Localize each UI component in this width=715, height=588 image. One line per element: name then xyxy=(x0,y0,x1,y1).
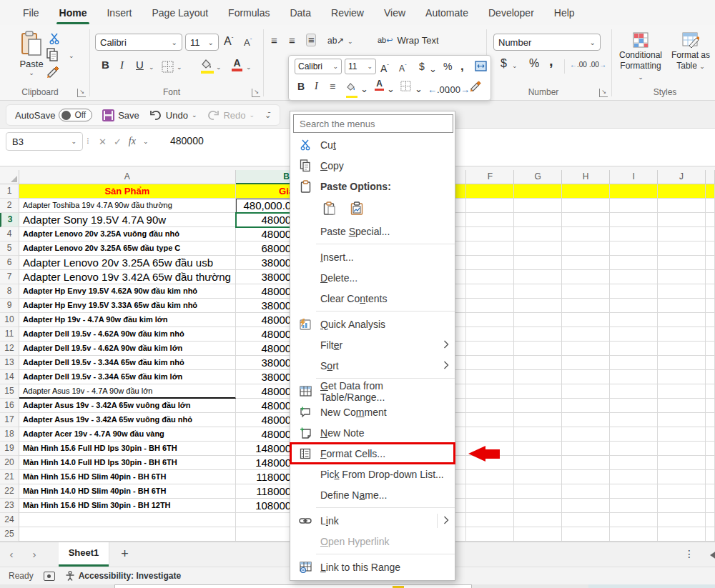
shrink-font-button[interactable]: Aˇ xyxy=(244,35,252,49)
underline-chevron[interactable]: ⌄ xyxy=(149,64,154,71)
cell-H16[interactable] xyxy=(562,399,610,413)
cell-H7[interactable] xyxy=(562,270,610,284)
tab-page-layout[interactable]: Page Layout xyxy=(142,3,218,23)
menu-item-define-name[interactable]: Define Name... xyxy=(290,484,455,505)
row-header-16[interactable]: 16 xyxy=(0,399,19,413)
cell-G22[interactable] xyxy=(514,484,562,499)
cell-F3[interactable] xyxy=(466,213,514,227)
menu-item-filter[interactable]: Filter xyxy=(290,334,455,355)
save-button[interactable]: Save xyxy=(102,109,139,121)
cell-K23[interactable] xyxy=(706,499,715,513)
menu-item-pick-from-dropdown-list[interactable]: Pick From Drop-down List... xyxy=(290,464,455,484)
mini-increase-decimal-button[interactable]: ←.00 xyxy=(428,82,450,98)
column-header-partial[interactable] xyxy=(706,170,715,184)
cell-J16[interactable] xyxy=(658,399,706,413)
row-header-13[interactable]: 13 xyxy=(0,356,19,370)
cell-H5[interactable] xyxy=(562,241,610,256)
cell-F14[interactable] xyxy=(466,370,514,384)
format-as-table-button[interactable]: Format as Table ⌄ xyxy=(667,32,714,72)
cell-A18[interactable]: Adapter Acer 19v - 4.7A 90w đầu vàng xyxy=(19,427,236,442)
cell-K3[interactable] xyxy=(706,213,715,227)
menu-item-cut[interactable]: Cut xyxy=(290,134,455,155)
cell-G13[interactable] xyxy=(514,356,562,370)
font-dialog-launcher[interactable]: ↘ xyxy=(252,89,260,97)
cell-G7[interactable] xyxy=(514,270,562,284)
cell-I20[interactable] xyxy=(610,456,658,470)
cell-I19[interactable] xyxy=(610,442,658,456)
cell-A16[interactable]: Adapter Asus 19v - 3.42A 65w vuông đầu l… xyxy=(19,399,236,413)
sheet-next-button[interactable]: › xyxy=(23,542,46,567)
percent-style-button[interactable]: % xyxy=(529,58,539,69)
row-header-12[interactable]: 12 xyxy=(0,342,19,356)
cell-H4[interactable] xyxy=(562,227,610,241)
borders-button[interactable] xyxy=(162,61,174,75)
select-all-corner[interactable] xyxy=(0,170,19,184)
cell-K20[interactable] xyxy=(706,456,715,470)
cell-A4[interactable]: Adapter Lenovo 20v 3.25A vuông đầu nhỏ xyxy=(19,227,236,241)
mini-italic-button[interactable]: I xyxy=(315,79,318,94)
cell-A10[interactable]: Adapter Hp 19v - 4.7A 90w đầu kim lớn xyxy=(19,313,236,327)
cell-F21[interactable] xyxy=(466,470,514,484)
cell-K19[interactable] xyxy=(706,442,715,456)
fill-color-chevron[interactable]: ⌄ xyxy=(216,64,222,71)
cell-J12[interactable] xyxy=(658,342,706,356)
row-header-4[interactable]: 4 xyxy=(0,227,19,241)
row-header-10[interactable]: 10 xyxy=(0,313,19,327)
orientation-button[interactable]: ab↗ xyxy=(327,35,344,46)
underline-button[interactable]: U xyxy=(136,59,144,71)
italic-button[interactable]: I xyxy=(120,59,124,71)
menu-item-quick-analysis[interactable]: Quick Analysis xyxy=(290,314,455,334)
cell-J8[interactable] xyxy=(658,284,706,299)
cell-K21[interactable] xyxy=(706,470,715,484)
cell-G5[interactable] xyxy=(514,241,562,256)
menu-search-input[interactable] xyxy=(293,114,453,133)
column-header-A[interactable]: A xyxy=(19,170,236,184)
cell-J18[interactable] xyxy=(658,427,706,442)
cell-A14[interactable]: Adapter Dell 19.5v - 3.34A 65w đầu kim l… xyxy=(19,370,236,384)
copy-dropdown-chevron[interactable]: ⌄ xyxy=(69,52,74,59)
column-header-F[interactable]: F xyxy=(466,170,514,184)
menu-item-sort[interactable]: Sort xyxy=(290,355,455,376)
cell-J4[interactable] xyxy=(658,227,706,241)
cell-H13[interactable] xyxy=(562,356,610,370)
cell-G18[interactable] xyxy=(514,427,562,442)
cell-A9[interactable]: Adapter Hp Envy 19.5V 3.33A 65w đầu kim … xyxy=(19,299,236,313)
cell-F1[interactable] xyxy=(466,184,514,199)
mini-percent-button[interactable]: % xyxy=(443,59,452,74)
menu-item-paste-special[interactable]: Paste Special... xyxy=(290,221,455,241)
cell-I7[interactable] xyxy=(610,270,658,284)
cell-A11[interactable]: Adapter Dell 19.5v - 4.62A 90w đầu kim n… xyxy=(19,327,236,342)
cell-I5[interactable] xyxy=(610,241,658,256)
comma-style-button[interactable]: , xyxy=(549,55,553,66)
cell-A21[interactable]: Màn Hình 15.6 HD Slim 40pin - BH 6TH xyxy=(19,470,236,484)
tab-formulas[interactable]: Formulas xyxy=(218,3,280,23)
cell-F8[interactable] xyxy=(466,284,514,299)
cell-F10[interactable] xyxy=(466,313,514,327)
cell-J3[interactable] xyxy=(658,213,706,227)
cell-J17[interactable] xyxy=(658,413,706,427)
column-header-J[interactable]: J xyxy=(658,170,706,184)
cell-G1[interactable] xyxy=(514,184,562,199)
cell-G25[interactable] xyxy=(514,527,562,542)
menu-item-link-to-this-range[interactable]: Link to this Range xyxy=(290,557,455,577)
cell-J7[interactable] xyxy=(658,270,706,284)
cell-G23[interactable] xyxy=(514,499,562,513)
mini-fill-color-chevron[interactable]: ⌄ xyxy=(360,81,368,97)
paste-button[interactable]: Paste ⌄ xyxy=(14,31,49,76)
new-sheet-button[interactable]: + xyxy=(109,542,140,567)
cell-J23[interactable] xyxy=(658,499,706,513)
formula-bar-input[interactable]: 480000 xyxy=(170,135,204,146)
cell-J24[interactable] xyxy=(658,513,706,527)
cell-A19[interactable]: Màn Hình 15.6 Full HD Ips 30pin - BH 6TH xyxy=(19,442,236,456)
mini-fill-color-button[interactable] xyxy=(346,80,358,98)
cell-G20[interactable] xyxy=(514,456,562,470)
cell-A22[interactable]: Màn Hình 14.0 HD Slim 40pin - BH 6TH xyxy=(19,484,236,499)
cell-G2[interactable] xyxy=(514,199,562,213)
mini-bold-button[interactable]: B xyxy=(297,79,305,94)
cell-J10[interactable] xyxy=(658,313,706,327)
row-header-5[interactable]: 5 xyxy=(0,241,19,256)
cell-J21[interactable] xyxy=(658,470,706,484)
font-color-button[interactable]: A xyxy=(232,58,242,71)
cell-F17[interactable] xyxy=(466,413,514,427)
enter-button[interactable]: ✓ xyxy=(114,136,122,147)
